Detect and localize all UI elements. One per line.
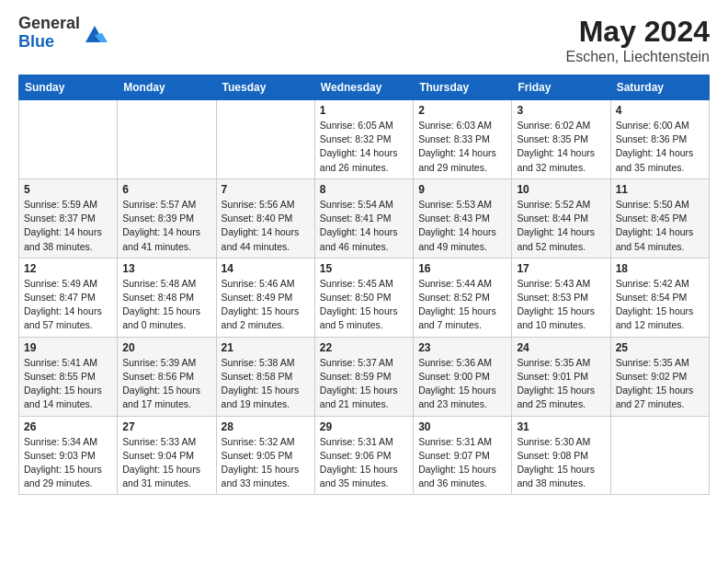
calendar-cell: 29Sunrise: 5:31 AM Sunset: 9:06 PM Dayli… xyxy=(314,416,413,495)
calendar-row: 26Sunrise: 5:34 AM Sunset: 9:03 PM Dayli… xyxy=(19,416,710,495)
calendar-cell: 18Sunrise: 5:42 AM Sunset: 8:54 PM Dayli… xyxy=(610,258,709,337)
day-info: Sunrise: 5:57 AM Sunset: 8:39 PM Dayligh… xyxy=(122,198,210,254)
calendar-cell: 20Sunrise: 5:39 AM Sunset: 8:56 PM Dayli… xyxy=(118,337,216,416)
day-number: 17 xyxy=(517,262,605,275)
calendar-cell: 2Sunrise: 6:03 AM Sunset: 8:33 PM Daylig… xyxy=(414,100,512,179)
calendar: SundayMondayTuesdayWednesdayThursdayFrid… xyxy=(18,75,710,495)
day-info: Sunrise: 5:30 AM Sunset: 9:08 PM Dayligh… xyxy=(517,435,605,491)
day-number: 9 xyxy=(418,183,506,196)
weekday-header: Wednesday xyxy=(314,75,413,100)
calendar-cell: 1Sunrise: 6:05 AM Sunset: 8:32 PM Daylig… xyxy=(314,100,413,179)
day-number: 4 xyxy=(616,104,704,117)
day-number: 29 xyxy=(320,420,408,433)
day-number: 13 xyxy=(122,262,210,275)
day-info: Sunrise: 5:53 AM Sunset: 8:43 PM Dayligh… xyxy=(418,198,506,254)
day-info: Sunrise: 5:31 AM Sunset: 9:07 PM Dayligh… xyxy=(418,435,506,491)
calendar-cell: 30Sunrise: 5:31 AM Sunset: 9:07 PM Dayli… xyxy=(414,416,512,495)
day-number: 5 xyxy=(24,183,112,196)
calendar-cell: 9Sunrise: 5:53 AM Sunset: 8:43 PM Daylig… xyxy=(414,178,512,258)
calendar-cell: 12Sunrise: 5:49 AM Sunset: 8:47 PM Dayli… xyxy=(19,258,118,337)
title-block: May 2024 Eschen, Liechtenstein xyxy=(565,15,710,65)
day-info: Sunrise: 6:05 AM Sunset: 8:32 PM Dayligh… xyxy=(320,119,408,175)
day-info: Sunrise: 5:35 AM Sunset: 9:01 PM Dayligh… xyxy=(517,356,605,412)
calendar-cell: 4Sunrise: 6:00 AM Sunset: 8:36 PM Daylig… xyxy=(610,100,709,179)
logo-general: General xyxy=(18,14,80,32)
weekday-header-row: SundayMondayTuesdayWednesdayThursdayFrid… xyxy=(19,75,710,100)
calendar-row: 5Sunrise: 5:59 AM Sunset: 8:37 PM Daylig… xyxy=(19,178,710,258)
calendar-row: 1Sunrise: 6:05 AM Sunset: 8:32 PM Daylig… xyxy=(19,100,710,179)
day-number: 27 xyxy=(122,420,210,433)
day-number: 23 xyxy=(418,341,506,354)
day-number: 24 xyxy=(517,341,605,354)
day-info: Sunrise: 6:00 AM Sunset: 8:36 PM Dayligh… xyxy=(616,119,704,175)
day-info: Sunrise: 5:46 AM Sunset: 8:49 PM Dayligh… xyxy=(222,277,310,333)
day-info: Sunrise: 6:02 AM Sunset: 8:35 PM Dayligh… xyxy=(517,119,605,175)
day-number: 16 xyxy=(418,262,506,275)
day-number: 18 xyxy=(616,262,704,275)
logo-text: General Blue xyxy=(18,15,80,52)
day-number: 20 xyxy=(122,341,210,354)
weekday-header: Tuesday xyxy=(216,75,314,100)
day-info: Sunrise: 5:50 AM Sunset: 8:45 PM Dayligh… xyxy=(616,198,704,254)
day-number: 12 xyxy=(24,262,112,275)
calendar-cell: 16Sunrise: 5:44 AM Sunset: 8:52 PM Dayli… xyxy=(414,258,512,337)
logo-icon xyxy=(82,20,108,46)
day-info: Sunrise: 5:33 AM Sunset: 9:04 PM Dayligh… xyxy=(122,435,210,491)
day-info: Sunrise: 5:48 AM Sunset: 8:48 PM Dayligh… xyxy=(122,277,210,333)
day-info: Sunrise: 5:32 AM Sunset: 9:05 PM Dayligh… xyxy=(222,435,310,491)
day-number: 22 xyxy=(320,341,408,354)
calendar-cell: 13Sunrise: 5:48 AM Sunset: 8:48 PM Dayli… xyxy=(118,258,216,337)
day-number: 26 xyxy=(24,420,112,433)
day-info: Sunrise: 5:44 AM Sunset: 8:52 PM Dayligh… xyxy=(418,277,506,333)
day-info: Sunrise: 5:36 AM Sunset: 9:00 PM Dayligh… xyxy=(418,356,506,412)
day-number: 6 xyxy=(122,183,210,196)
day-info: Sunrise: 5:56 AM Sunset: 8:40 PM Dayligh… xyxy=(222,198,310,254)
calendar-cell xyxy=(610,416,709,495)
day-number: 2 xyxy=(418,104,506,117)
calendar-row: 12Sunrise: 5:49 AM Sunset: 8:47 PM Dayli… xyxy=(19,258,710,337)
weekday-header: Friday xyxy=(512,75,610,100)
day-number: 3 xyxy=(517,104,605,117)
calendar-cell: 10Sunrise: 5:52 AM Sunset: 8:44 PM Dayli… xyxy=(512,178,610,258)
calendar-cell: 7Sunrise: 5:56 AM Sunset: 8:40 PM Daylig… xyxy=(216,178,314,258)
day-info: Sunrise: 5:49 AM Sunset: 8:47 PM Dayligh… xyxy=(24,277,112,333)
weekday-header: Sunday xyxy=(19,75,118,100)
calendar-cell xyxy=(118,100,216,179)
weekday-header: Saturday xyxy=(610,75,709,100)
month-year: May 2024 xyxy=(565,15,710,49)
day-number: 8 xyxy=(320,183,408,196)
calendar-cell: 31Sunrise: 5:30 AM Sunset: 9:08 PM Dayli… xyxy=(512,416,610,495)
page: General Blue May 2024 Eschen, Liechtenst… xyxy=(0,0,728,563)
calendar-cell: 6Sunrise: 5:57 AM Sunset: 8:39 PM Daylig… xyxy=(118,178,216,258)
calendar-cell: 23Sunrise: 5:36 AM Sunset: 9:00 PM Dayli… xyxy=(414,337,512,416)
day-info: Sunrise: 5:38 AM Sunset: 8:58 PM Dayligh… xyxy=(222,356,310,412)
day-info: Sunrise: 5:45 AM Sunset: 8:50 PM Dayligh… xyxy=(320,277,408,333)
day-number: 21 xyxy=(222,341,310,354)
calendar-cell: 26Sunrise: 5:34 AM Sunset: 9:03 PM Dayli… xyxy=(19,416,118,495)
calendar-cell xyxy=(216,100,314,179)
calendar-cell: 27Sunrise: 5:33 AM Sunset: 9:04 PM Dayli… xyxy=(118,416,216,495)
calendar-cell: 25Sunrise: 5:35 AM Sunset: 9:02 PM Dayli… xyxy=(610,337,709,416)
day-info: Sunrise: 5:37 AM Sunset: 8:59 PM Dayligh… xyxy=(320,356,408,412)
calendar-cell: 5Sunrise: 5:59 AM Sunset: 8:37 PM Daylig… xyxy=(19,178,118,258)
day-info: Sunrise: 5:39 AM Sunset: 8:56 PM Dayligh… xyxy=(122,356,210,412)
day-number: 10 xyxy=(517,183,605,196)
calendar-cell: 14Sunrise: 5:46 AM Sunset: 8:49 PM Dayli… xyxy=(216,258,314,337)
calendar-cell: 3Sunrise: 6:02 AM Sunset: 8:35 PM Daylig… xyxy=(512,100,610,179)
day-number: 28 xyxy=(222,420,310,433)
day-info: Sunrise: 5:31 AM Sunset: 9:06 PM Dayligh… xyxy=(320,435,408,491)
day-number: 30 xyxy=(418,420,506,433)
location: Eschen, Liechtenstein xyxy=(565,49,710,65)
calendar-cell: 24Sunrise: 5:35 AM Sunset: 9:01 PM Dayli… xyxy=(512,337,610,416)
calendar-cell: 17Sunrise: 5:43 AM Sunset: 8:53 PM Dayli… xyxy=(512,258,610,337)
day-number: 15 xyxy=(320,262,408,275)
day-number: 7 xyxy=(222,183,310,196)
day-number: 1 xyxy=(320,104,408,117)
logo: General Blue xyxy=(18,15,108,52)
day-info: Sunrise: 5:59 AM Sunset: 8:37 PM Dayligh… xyxy=(24,198,112,254)
weekday-header: Thursday xyxy=(414,75,512,100)
day-number: 14 xyxy=(222,262,310,275)
day-number: 19 xyxy=(24,341,112,354)
calendar-row: 19Sunrise: 5:41 AM Sunset: 8:55 PM Dayli… xyxy=(19,337,710,416)
day-info: Sunrise: 5:35 AM Sunset: 9:02 PM Dayligh… xyxy=(616,356,704,412)
